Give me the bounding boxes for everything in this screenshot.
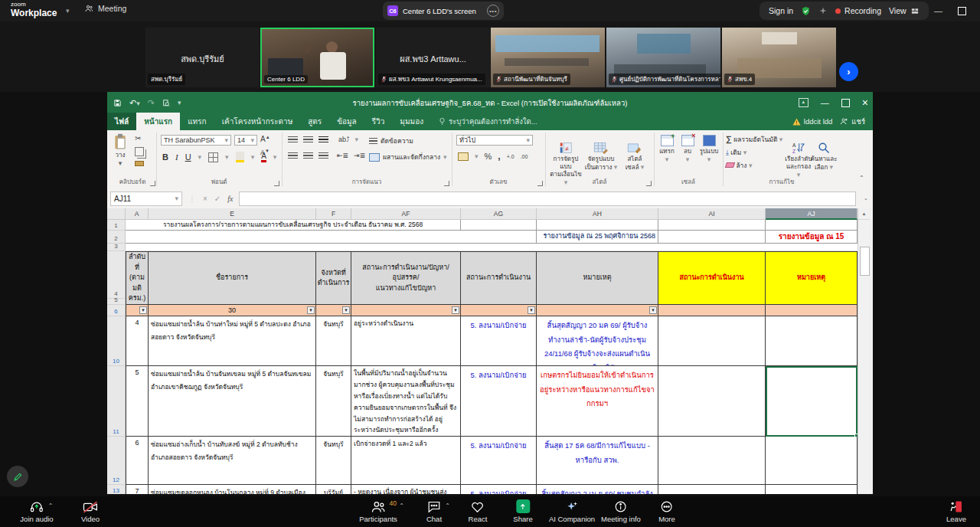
tab-options-icon[interactable]: •••	[487, 5, 499, 17]
item-name-cell[interactable]: ซ่อมแซมอ่างเก็บน้ำ บ้านทับสงฆ์ หมู่ที่ 2…	[149, 437, 316, 485]
province-cell[interactable]: จันทบุรี	[316, 437, 351, 485]
remark-cell[interactable]: สิ้นสุดสัญญา 20 มค 69/ ผู้รับจ้างทำงานล่…	[537, 316, 658, 366]
meeting-info-button[interactable]: Meeting info	[601, 499, 641, 523]
table-header-f[interactable]: จังหวัดที่ ดำเนินการ	[316, 251, 351, 305]
tab-shared-screen[interactable]: C6 Center 6 LDD's screen •••	[383, 2, 504, 20]
row-header-5[interactable]: 5	[107, 299, 126, 305]
status-detail-cell[interactable]: อยู่ระหว่างดำเนินงาน	[351, 316, 461, 366]
empty-remark-cell[interactable]	[766, 316, 858, 366]
province-cell[interactable]: จันทบุรี	[316, 366, 351, 437]
asof-date-updated-cell[interactable]: รายงานข้อมูล ณ 15 ธันวาคม 2568	[766, 231, 858, 244]
cell-styles-button[interactable]: สไตล์ เซลล์ ▾	[619, 134, 651, 172]
tab-page-layout[interactable]: เค้าโครงหน้ากระดาษ	[214, 113, 301, 130]
empty-cell[interactable]	[461, 220, 537, 231]
next-videos-button[interactable]: ›	[839, 62, 858, 81]
font-name-combo[interactable]: TH SarabunPSK▾	[161, 135, 231, 146]
join-audio-button[interactable]: ⌃ Join audio	[20, 499, 53, 523]
insert-cells-button[interactable]: + แทรก▾	[657, 135, 677, 164]
decrease-decimal-icon[interactable]: .00	[521, 154, 528, 159]
report-title-cell[interactable]: รายงานผลโครงการ/รายการตามแผนการขับเคลื่อ…	[126, 220, 461, 231]
item-no-cell[interactable]: 7	[126, 485, 149, 494]
font-size-combo[interactable]: 14▾	[234, 135, 257, 146]
col-header-f[interactable]: F	[316, 208, 351, 220]
tab-file[interactable]: ไฟล์	[107, 113, 136, 130]
status-detail-cell[interactable]: ในพื้นที่มีปริมาณน้ำอยู่เป็นจำนวนมากช่วง…	[351, 366, 461, 437]
underline-button[interactable]: U	[185, 152, 191, 162]
clipboard-dialog-launcher[interactable]	[150, 181, 155, 186]
fill-button[interactable]: ⤓ เติม ▾	[726, 147, 782, 158]
paste-button[interactable]: วาง▾	[110, 133, 130, 168]
item-name-cell[interactable]: ซ่อมแซมฝายน้ำล้น บ้านจันทเขลม หมู่ที่ 5 …	[149, 366, 316, 437]
workspace-chevron-icon[interactable]: ▾	[66, 7, 70, 15]
delete-cells-button[interactable]: × ลบ▾	[678, 135, 697, 164]
ai-sparkle-icon[interactable]	[818, 6, 828, 15]
shield-icon[interactable]	[801, 6, 811, 16]
excel-minimize-button[interactable]: —	[821, 98, 829, 107]
save-icon[interactable]	[113, 99, 122, 107]
print-preview-icon[interactable]	[162, 99, 170, 107]
remark-cell[interactable]: สิ้นสุด 17 ธค 68/มีการแก้ไขแบบ - หารือกั…	[537, 437, 658, 485]
accounting-format-icon[interactable]	[458, 152, 469, 161]
empty-row[interactable]	[126, 244, 858, 251]
collapse-ribbon-icon[interactable]: ⌃	[859, 175, 864, 182]
grow-font-icon[interactable]: A▲	[260, 135, 270, 143]
col-header-af[interactable]: AF	[351, 208, 461, 220]
qat-customize-icon[interactable]: ▾	[178, 99, 181, 106]
bold-button[interactable]: B	[162, 152, 168, 162]
tell-me-box[interactable]: ระบุว่าคุณต้องการทำสิ่งใด...	[431, 113, 545, 130]
number-dialog-launcher[interactable]	[537, 181, 543, 186]
empty-status-cell[interactable]	[658, 316, 766, 366]
sign-in-link[interactable]: Sign in	[769, 6, 793, 15]
col-header-ai[interactable]: AI	[658, 208, 766, 220]
number-format-combo[interactable]: ทั่วไป▾	[456, 135, 533, 146]
cancel-icon[interactable]: ×	[203, 195, 207, 203]
align-top-icon[interactable]	[288, 136, 298, 143]
tab-meeting[interactable]: Meeting	[84, 4, 126, 13]
province-cell[interactable]: บุรีรัมย์	[316, 485, 351, 494]
align-center-icon[interactable]	[303, 152, 313, 159]
row-header-6[interactable]: 6	[107, 305, 126, 316]
filter-dropdown-icon[interactable]: ▼	[528, 306, 535, 314]
table-header-e[interactable]: ชื่อรายการ	[149, 251, 316, 305]
align-left-icon[interactable]	[288, 152, 298, 159]
table-header-ai[interactable]: สถานะการดำเนินงาน	[658, 251, 766, 305]
filter-dropdown-icon[interactable]: ▼	[342, 306, 350, 314]
wrap-text-button[interactable]: ตัดข้อความ	[369, 136, 413, 146]
align-middle-icon[interactable]	[303, 136, 313, 143]
empty-cell[interactable]	[537, 220, 658, 231]
status-cell[interactable]: 5. ลงนาม/เบิกจ่าย	[461, 316, 537, 366]
react-button[interactable]: React	[469, 499, 488, 523]
row-header-4[interactable]: 4	[107, 251, 126, 299]
scrollbar-thumb[interactable]	[860, 247, 870, 276]
font-dialog-launcher[interactable]	[274, 181, 279, 186]
sort-filter-button[interactable]: AZเรียงลำดับ และกรอง ▾	[784, 134, 813, 179]
increase-decimal-icon[interactable]: +.0	[507, 154, 514, 159]
remark-cell[interactable]: สิ้นสุดสัญญา 2 เม.ย 69/ ชุมชนกำลังเก็บ	[537, 485, 658, 494]
minimize-button[interactable]: —	[934, 6, 942, 15]
empty-status-cell[interactable]	[658, 366, 766, 437]
row-header-10[interactable]: 10	[107, 316, 126, 366]
insert-function-icon[interactable]: fx	[227, 195, 233, 203]
find-select-button[interactable]: ค้นหาและ เลือก ▾	[810, 134, 838, 172]
empty-cell[interactable]	[658, 231, 766, 244]
tab-formulas[interactable]: สูตร	[300, 113, 329, 130]
table-header-aj[interactable]: หมายเหตุ	[766, 251, 858, 305]
orientation-icon[interactable]: ab⤴	[338, 136, 350, 143]
row-header-12[interactable]: 12	[107, 437, 126, 485]
share-button[interactable]: แชร์	[840, 116, 865, 127]
table-header-a[interactable]: ลำดับที่ (ตามมติ ครม.)	[126, 251, 149, 305]
activation-warning[interactable]: lddcit ldd	[792, 117, 833, 126]
empty-cell[interactable]	[658, 220, 766, 231]
filter-row-cell-a[interactable]: ▼	[126, 305, 149, 316]
filter-row-cell-ag[interactable]: ▼	[461, 305, 537, 316]
filter-count-cell[interactable]: 30▼	[149, 305, 316, 316]
italic-button[interactable]: I	[175, 152, 178, 162]
tab-home[interactable]: หน้าแรก	[136, 113, 180, 130]
province-cell[interactable]: จันทบุรี	[316, 316, 351, 366]
col-header-ah[interactable]: AH	[537, 208, 658, 220]
filter-row-cell-af[interactable]: ▼	[351, 305, 461, 316]
video-tile[interactable]: สพด.บุรีรัมย์ สพด.บุรีรัมย์	[145, 28, 260, 87]
borders-icon[interactable]	[208, 152, 218, 162]
name-box[interactable]: AJ11▾	[110, 191, 182, 206]
font-color-icon[interactable]: A	[261, 152, 266, 162]
